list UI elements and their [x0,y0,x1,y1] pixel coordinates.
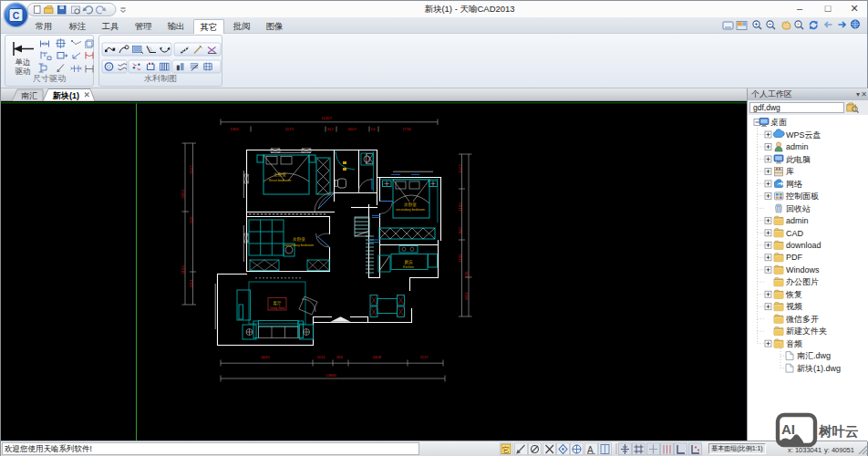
svg-text:secondary bedroom: secondary bedroom [284,244,314,247]
svg-text:新建文件夹: 新建文件夹 [786,326,827,336]
svg-text:4061: 4061 [261,355,270,359]
svg-text:1111: 1111 [189,279,193,287]
svg-text:312: 312 [326,127,334,131]
svg-text:单边: 单边 [16,57,31,67]
svg-text:CAD: CAD [786,229,804,238]
svg-text:网络: 网络 [786,180,802,189]
svg-text:1134: 1134 [458,254,462,263]
svg-text:此电脑: 此电脑 [786,155,811,164]
svg-text:南汇: 南汇 [21,91,37,100]
svg-text:微信多开: 微信多开 [786,315,819,324]
svg-text:树叶云: 树叶云 [818,424,859,439]
svg-text:恢复: 恢复 [785,290,802,299]
svg-text:AI: AI [781,421,795,437]
svg-text:南汇.dwg: 南汇.dwg [797,351,831,360]
svg-text:secondary bedroom: secondary bedroom [396,208,425,212]
svg-text:1011: 1011 [316,355,326,359]
svg-text:294: 294 [336,355,343,359]
svg-text:C: C [13,10,20,21]
svg-text:3007: 3007 [347,127,356,131]
svg-text:次卧室: 次卧室 [293,236,305,242]
svg-text:940: 940 [458,227,462,234]
svg-text:办公图片: 办公图片 [786,277,819,286]
svg-text:视频: 视频 [786,302,802,311]
svg-text:A: A [587,445,594,455]
svg-text:Windows: Windows [786,265,820,275]
svg-text:2850: 2850 [181,190,185,199]
svg-text:音频: 音频 [786,339,802,348]
svg-text:1147: 1147 [189,165,193,174]
svg-text:3104: 3104 [181,265,185,275]
svg-text:回收站: 回收站 [786,204,811,213]
svg-text:1111: 1111 [464,292,469,300]
svg-text:Kitchen: Kitchen [403,265,414,269]
svg-text:1360: 1360 [230,127,239,131]
svg-text:1173: 1173 [284,127,294,131]
svg-text:次卧室: 次卧室 [404,202,417,207]
svg-text:WPS云盘: WPS云盘 [786,130,822,140]
svg-text:admin: admin [786,216,809,225]
svg-text:1427: 1427 [458,164,462,173]
svg-text:厨房: 厨房 [404,260,413,264]
svg-text:1100: 1100 [458,202,462,212]
svg-text:PDF: PDF [786,253,803,262]
svg-text:1117: 1117 [420,355,429,359]
svg-text:1730: 1730 [402,127,411,131]
svg-text:admin: admin [786,142,809,151]
svg-text:桌面: 桌面 [770,118,787,127]
svg-text:新块(1).dwg: 新块(1).dwg [797,364,841,373]
svg-text:驱动: 驱动 [16,67,31,76]
svg-text:110: 110 [464,271,469,277]
svg-text:download: download [786,241,822,250]
svg-text:13865: 13865 [326,373,337,378]
svg-text:Resut bedroom: Resut bedroom [269,179,292,182]
svg-text:l'iving Rool: l'iving Rool [270,306,285,310]
svg-text:它: 它 [502,446,510,454]
svg-text:控制面板: 控制面板 [785,192,819,201]
svg-text:客厅: 客厅 [273,300,282,306]
svg-text:新块(1): 新块(1) [52,91,79,100]
svg-text:主卧室: 主卧室 [274,171,286,177]
svg-text:2408: 2408 [372,355,381,359]
svg-text:110: 110 [189,216,193,223]
svg-text:库: 库 [786,167,794,176]
svg-text:54: 54 [371,127,376,131]
svg-text:11457: 11457 [321,116,332,120]
